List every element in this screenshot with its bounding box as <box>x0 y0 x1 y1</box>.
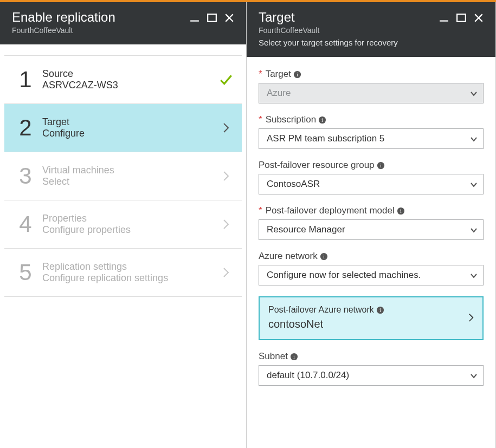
svg-text:i: i <box>380 163 382 168</box>
close-button[interactable] <box>474 13 484 23</box>
maximize-button[interactable] <box>207 13 217 23</box>
svg-text:i: i <box>400 208 402 214</box>
step-subtitle: Configure replication settings <box>42 272 218 284</box>
chevron-right-icon <box>223 267 229 278</box>
info-icon[interactable]: i <box>377 161 385 170</box>
chevron-down-icon <box>470 135 478 142</box>
checkmark-icon <box>219 73 233 87</box>
chevron-right-icon <box>223 122 229 133</box>
step-number: 1 <box>12 67 39 93</box>
step-title: Source <box>42 68 218 80</box>
blade-description: Select your target settings for recovery <box>259 38 434 47</box>
resource-group-dropdown[interactable]: ContosoASR <box>259 174 484 194</box>
chevron-down-icon <box>470 89 478 97</box>
field-target: * Target i Azure <box>259 69 484 103</box>
deployment-model-dropdown[interactable]: Resource Manager <box>259 219 484 240</box>
svg-text:i: i <box>297 72 298 77</box>
dropdown-value: ContosoASR <box>267 179 320 190</box>
blade-header-left: Enable replication FourthCoffeeVault <box>0 2 246 44</box>
field-label-text: Target <box>266 69 291 80</box>
maximize-button[interactable] <box>456 13 466 23</box>
minimize-button[interactable] <box>439 13 449 23</box>
required-indicator: * <box>259 69 262 80</box>
field-label-text: Subnet <box>259 351 288 362</box>
svg-text:i: i <box>323 254 325 259</box>
step-subtitle: Configure <box>42 128 218 139</box>
enable-replication-blade: Enable replication FourthCoffeeVault 1 <box>0 2 247 448</box>
dropdown-value: default (10.7.0.0/24) <box>267 370 349 381</box>
info-icon[interactable]: i <box>318 116 326 124</box>
info-icon[interactable]: i <box>320 252 328 261</box>
step-source[interactable]: 1 Source ASRVC2AZ-WS3 <box>4 55 242 104</box>
step-virtual-machines[interactable]: 3 Virtual machines Select <box>4 152 242 200</box>
dropdown-value: Configure now for selected machines. <box>267 270 421 281</box>
field-label-text: Post-failover Azure network <box>268 305 374 315</box>
svg-text:i: i <box>293 354 295 360</box>
step-title: Virtual machines <box>42 165 218 176</box>
target-dropdown: Azure <box>259 83 484 103</box>
close-button[interactable] <box>224 13 234 23</box>
step-number: 2 <box>12 115 39 141</box>
selector-value: contosoNet <box>268 318 384 330</box>
step-subtitle: Select <box>42 176 218 187</box>
dropdown-value: ASR PM team subscription 5 <box>267 133 384 144</box>
field-deployment-model: * Post-failover deployment model i Resou… <box>259 205 484 240</box>
field-subscription: * Subscription i ASR PM team subscriptio… <box>259 114 484 149</box>
blade-header-right: Target FourthCoffeeVault Select your tar… <box>247 2 495 57</box>
chevron-right-icon <box>223 171 229 181</box>
step-title: Target <box>42 116 218 128</box>
field-azure-network: Azure network i Configure now for select… <box>259 251 484 285</box>
step-replication-settings[interactable]: 5 Replication settings Configure replica… <box>4 249 242 297</box>
blade-subtitle: FourthCoffeeVault <box>12 26 184 35</box>
chevron-right-icon <box>223 219 229 230</box>
info-icon[interactable]: i <box>290 353 298 361</box>
subscription-dropdown[interactable]: ASR PM team subscription 5 <box>259 128 484 149</box>
blade-title: Target <box>259 10 434 25</box>
field-subnet: Subnet i default (10.7.0.0/24) <box>259 351 484 386</box>
dropdown-value: Azure <box>267 88 291 99</box>
required-indicator: * <box>259 205 262 216</box>
step-title: Properties <box>42 213 218 224</box>
minimize-button[interactable] <box>190 13 199 23</box>
field-label-text: Post-failover deployment model <box>266 205 395 216</box>
chevron-down-icon <box>470 226 478 233</box>
step-target[interactable]: 2 Target Configure <box>4 104 242 152</box>
post-failover-network-selector[interactable]: Post-failover Azure network i contosoNet <box>259 296 484 340</box>
svg-rect-1 <box>208 14 216 22</box>
required-indicator: * <box>259 114 262 125</box>
step-number: 4 <box>12 211 39 237</box>
info-icon[interactable]: i <box>376 306 384 314</box>
chevron-down-icon <box>470 372 478 379</box>
chevron-right-icon <box>468 313 474 323</box>
step-number: 3 <box>12 163 39 189</box>
dropdown-value: Resource Manager <box>267 224 345 235</box>
field-resource-group: Post-failover resource group i ContosoAS… <box>259 160 484 194</box>
subnet-dropdown[interactable]: default (10.7.0.0/24) <box>259 365 484 386</box>
info-icon[interactable]: i <box>397 207 405 215</box>
step-subtitle: Configure properties <box>42 224 218 236</box>
info-icon[interactable]: i <box>293 70 301 79</box>
chevron-down-icon <box>470 271 478 279</box>
chevron-down-icon <box>470 180 478 188</box>
field-label-text: Post-failover resource group <box>259 160 375 171</box>
svg-text:i: i <box>321 117 323 123</box>
target-blade: Target FourthCoffeeVault Select your tar… <box>247 2 496 448</box>
field-label-text: Azure network <box>259 251 318 262</box>
field-label-text: Subscription <box>266 114 317 125</box>
step-subtitle: ASRVC2AZ-WS3 <box>42 80 218 91</box>
step-properties[interactable]: 4 Properties Configure properties <box>4 200 242 249</box>
blade-subtitle: FourthCoffeeVault <box>259 26 434 35</box>
blade-title: Enable replication <box>12 10 184 25</box>
svg-rect-5 <box>457 14 466 22</box>
azure-network-dropdown[interactable]: Configure now for selected machines. <box>259 265 484 285</box>
svg-text:i: i <box>379 307 381 313</box>
step-number: 5 <box>12 259 39 285</box>
step-title: Replication settings <box>42 261 218 272</box>
